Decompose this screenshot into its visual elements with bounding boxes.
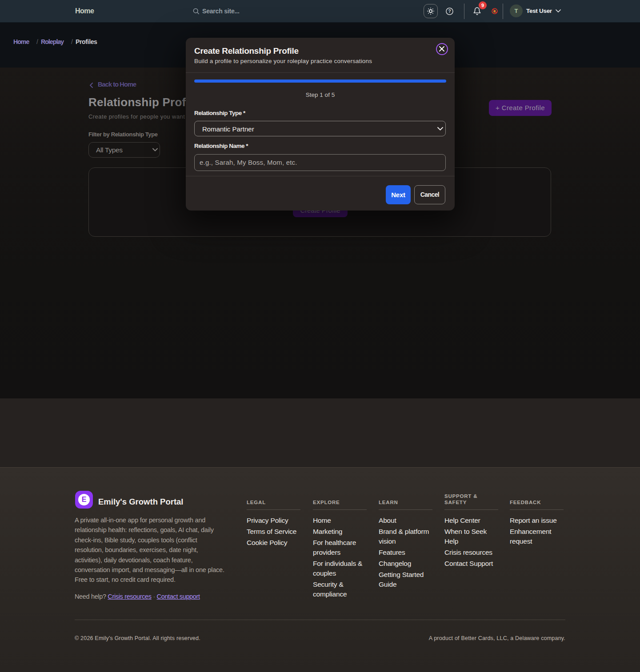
svg-text:?: ? [448,9,451,14]
